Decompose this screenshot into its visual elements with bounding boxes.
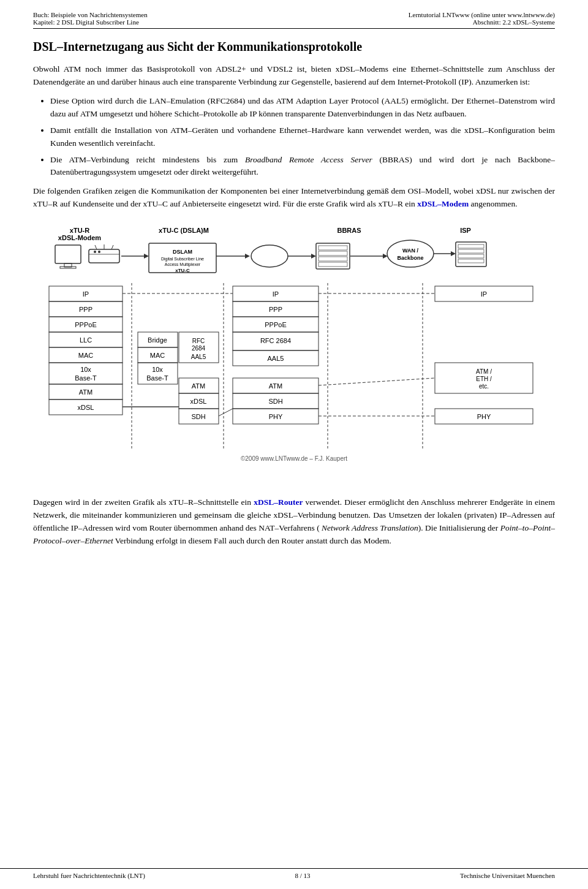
- col2-10x: 10x: [152, 366, 163, 373]
- bullet-item-3: Die ATM–Verbindung reicht mindestens bis…: [50, 154, 555, 180]
- col3-ppp: PPP: [269, 306, 282, 313]
- bullet3-italic: Broadband Remote Access Server: [245, 155, 372, 164]
- dslam-label: DSLAM: [173, 249, 192, 255]
- label-bbras-header: BBRAS: [337, 227, 361, 234]
- footer-left: Lehrstuhl fuer Nachrichtentechnik (LNT): [33, 872, 145, 879]
- col3-sdh: SDH: [268, 398, 282, 405]
- col4-eth: ETH /: [476, 376, 492, 382]
- svg-rect-33: [458, 259, 484, 263]
- col2-bridge: Bridge: [148, 336, 167, 344]
- para3-mid2: ). Die Initialisierung der: [418, 523, 500, 532]
- wan-label: WAN /: [402, 248, 418, 254]
- svg-line-68: [318, 378, 435, 385]
- col1-ppp: PPP: [79, 306, 92, 313]
- intro-text: Obwohl ATM noch immer das Basisprotokoll…: [33, 64, 555, 86]
- para3-end: Verbindung erfolgt in diesem Fall auch d…: [113, 536, 391, 545]
- intro-paragraph: Obwohl ATM noch immer das Basisprotokoll…: [33, 63, 555, 89]
- header-site: Lerntutorial LNTwww (online unter www.ln…: [409, 11, 555, 18]
- col2-baset: Base-T: [146, 374, 168, 382]
- col3-aal5: AAL5: [268, 355, 284, 362]
- svg-marker-14: [245, 254, 250, 259]
- page-footer: Lehrstuhl fuer Nachrichtentechnik (LNT) …: [0, 868, 588, 879]
- bullet-list: Diese Option wird durch die LAN–Emulatio…: [50, 95, 555, 180]
- col4-atm1: ATM /: [476, 368, 492, 375]
- col4-ip: IP: [481, 290, 487, 298]
- svg-point-5: [94, 251, 96, 253]
- col4-etc: etc.: [479, 383, 489, 390]
- para3: Dagegen wird in der zweiten Grafik als x…: [33, 496, 555, 548]
- para2-highlight: xDSL–Modem: [417, 199, 469, 208]
- para3-highlight: xDSL–Router: [254, 497, 303, 507]
- col1-pppoe: PPPoE: [75, 321, 96, 328]
- bullet1-text: Diese Option wird durch die LAN–Emulatio…: [50, 96, 555, 118]
- col4-phy: PHY: [477, 413, 491, 420]
- svg-rect-20: [318, 246, 347, 250]
- svg-rect-0: [55, 245, 81, 263]
- svg-rect-21: [318, 251, 347, 255]
- col3-ip: IP: [273, 290, 279, 298]
- col2-rfc2: 2684: [192, 345, 206, 352]
- label-xtu-r: xTU-R: [70, 227, 89, 234]
- col2-xdsl: xDSL: [190, 398, 207, 405]
- header-left: Buch: Beispiele von Nachrichtensystemen …: [33, 11, 148, 26]
- footer-right: Technische Universitaet Muenchen: [460, 872, 555, 879]
- svg-rect-32: [458, 254, 484, 258]
- svg-marker-11: [144, 254, 149, 259]
- col1-bastet2: Base-T: [75, 374, 97, 382]
- col2-sdh: SDH: [191, 413, 205, 420]
- bullet-item-2: Damit entfällt die Installation von ATM–…: [50, 124, 555, 150]
- para2-end: angenommen.: [469, 199, 517, 208]
- col1-bastet1: 10x: [80, 366, 91, 373]
- svg-point-6: [98, 251, 100, 253]
- page-title: DSL–Internetzugang aus Sicht der Kommuni…: [33, 39, 555, 55]
- svg-line-69: [219, 409, 233, 416]
- col2-mac: MAC: [150, 352, 165, 359]
- label-xdsl-modem: xDSL-Modem: [58, 234, 102, 241]
- bullet3-part1: Die ATM–Verbindung reicht mindestens bis…: [50, 155, 245, 164]
- page-container: Buch: Beispiele von Nachrichtensystemen …: [0, 0, 588, 591]
- col3-rfc: RFC 2684: [260, 337, 291, 344]
- svg-point-15: [251, 245, 288, 267]
- col1-xdsl: xDSL: [78, 404, 94, 411]
- svg-marker-28: [451, 251, 456, 256]
- svg-rect-31: [458, 249, 484, 253]
- diagram-svg: xTU-R xDSL-Modem xTU-C (DSLA)M BBRAS ISP: [43, 222, 545, 485]
- svg-line-9: [111, 245, 113, 249]
- svg-rect-23: [318, 262, 347, 267]
- para3-italic: Network Address Translation: [322, 523, 418, 532]
- header-right: Lerntutorial LNTwww (online unter www.ln…: [409, 11, 555, 26]
- col1-mac: MAC: [78, 352, 94, 359]
- bullet-item-1: Diese Option wird durch die LAN–Emulatio…: [50, 95, 555, 121]
- svg-marker-18: [311, 254, 316, 259]
- label-isp-header: ISP: [460, 227, 471, 234]
- para3-start: Dagegen wird in der zweiten Grafik als x…: [33, 497, 254, 507]
- svg-rect-19: [316, 243, 350, 269]
- col1-ip: IP: [83, 290, 89, 298]
- svg-rect-30: [458, 244, 484, 248]
- backbone-label: Backbone: [397, 255, 423, 261]
- header-chapter: Kapitel: 2 DSL Digital Subscriber Line: [33, 18, 148, 26]
- svg-line-7: [95, 245, 97, 249]
- dslam-xtuc: xTU-C: [175, 268, 190, 273]
- svg-point-26: [387, 240, 434, 267]
- svg-rect-3: [89, 249, 119, 263]
- col2-rfc1: RFC: [192, 338, 205, 344]
- col1-atm: ATM: [79, 388, 92, 396]
- header-section: Abschnitt: 2.2 xDSL–Systeme: [409, 18, 555, 26]
- col2-aal5: AAL5: [191, 354, 206, 360]
- page-header: Buch: Beispiele von Nachrichtensystemen …: [33, 11, 555, 29]
- col3-pppoe: PPPoE: [265, 321, 286, 328]
- bullet2-text: Damit entfällt die Installation von ATM–…: [50, 126, 555, 148]
- col3-atm: ATM: [269, 382, 282, 390]
- col3-phy: PHY: [269, 413, 283, 420]
- dslam-desc2: Access Multiplexer: [165, 262, 201, 267]
- para2: Die folgenden Grafiken zeigen die Kommun…: [33, 185, 555, 211]
- header-book-title: Buch: Beispiele von Nachrichtensystemen: [33, 11, 148, 18]
- dslam-desc1: Digital Subscriber Line: [161, 257, 204, 262]
- diagram-container: xTU-R xDSL-Modem xTU-C (DSLA)M BBRAS ISP: [43, 222, 545, 485]
- label-xtu-c-header: xTU-C (DSLA)M: [159, 227, 209, 234]
- copyright-text: ©2009 www.LNTwww.de – F.J. Kaupert: [241, 455, 347, 462]
- footer-center: 8 / 13: [295, 872, 310, 879]
- col1-llc: LLC: [80, 336, 92, 344]
- col2-atm: ATM: [192, 382, 205, 390]
